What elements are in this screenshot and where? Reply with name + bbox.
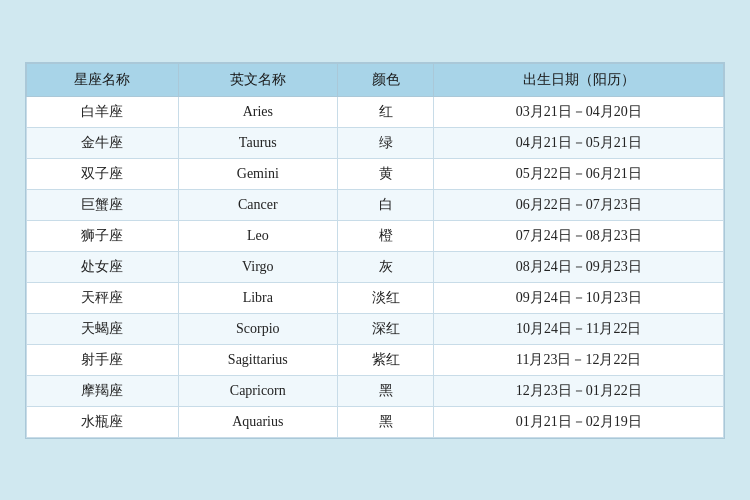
table-header-row: 星座名称 英文名称 颜色 出生日期（阳历） xyxy=(27,63,724,96)
cell-color: 紫红 xyxy=(337,344,434,375)
cell-chinese-name: 双子座 xyxy=(27,158,179,189)
cell-color: 深红 xyxy=(337,313,434,344)
cell-date-range: 08月24日－09月23日 xyxy=(434,251,724,282)
table-row: 狮子座Leo橙07月24日－08月23日 xyxy=(27,220,724,251)
cell-color: 灰 xyxy=(337,251,434,282)
cell-color: 黄 xyxy=(337,158,434,189)
cell-english-name: Leo xyxy=(178,220,337,251)
cell-date-range: 05月22日－06月21日 xyxy=(434,158,724,189)
cell-color: 黑 xyxy=(337,406,434,437)
cell-chinese-name: 水瓶座 xyxy=(27,406,179,437)
cell-chinese-name: 巨蟹座 xyxy=(27,189,179,220)
cell-date-range: 12月23日－01月22日 xyxy=(434,375,724,406)
cell-chinese-name: 白羊座 xyxy=(27,96,179,127)
table-row: 处女座Virgo灰08月24日－09月23日 xyxy=(27,251,724,282)
cell-chinese-name: 狮子座 xyxy=(27,220,179,251)
cell-chinese-name: 射手座 xyxy=(27,344,179,375)
cell-english-name: Virgo xyxy=(178,251,337,282)
cell-date-range: 09月24日－10月23日 xyxy=(434,282,724,313)
cell-date-range: 10月24日－11月22日 xyxy=(434,313,724,344)
cell-english-name: Aries xyxy=(178,96,337,127)
cell-english-name: Taurus xyxy=(178,127,337,158)
cell-english-name: Gemini xyxy=(178,158,337,189)
cell-chinese-name: 处女座 xyxy=(27,251,179,282)
cell-color: 黑 xyxy=(337,375,434,406)
zodiac-table: 星座名称 英文名称 颜色 出生日期（阳历） 白羊座Aries红03月21日－04… xyxy=(26,63,724,438)
cell-color: 橙 xyxy=(337,220,434,251)
cell-date-range: 01月21日－02月19日 xyxy=(434,406,724,437)
cell-english-name: Sagittarius xyxy=(178,344,337,375)
table-row: 天秤座Libra淡红09月24日－10月23日 xyxy=(27,282,724,313)
table-row: 白羊座Aries红03月21日－04月20日 xyxy=(27,96,724,127)
table-row: 双子座Gemini黄05月22日－06月21日 xyxy=(27,158,724,189)
cell-english-name: Capricorn xyxy=(178,375,337,406)
cell-date-range: 04月21日－05月21日 xyxy=(434,127,724,158)
cell-english-name: Scorpio xyxy=(178,313,337,344)
cell-date-range: 07月24日－08月23日 xyxy=(434,220,724,251)
table-row: 巨蟹座Cancer白06月22日－07月23日 xyxy=(27,189,724,220)
table-row: 射手座Sagittarius紫红11月23日－12月22日 xyxy=(27,344,724,375)
cell-date-range: 03月21日－04月20日 xyxy=(434,96,724,127)
cell-chinese-name: 摩羯座 xyxy=(27,375,179,406)
cell-english-name: Libra xyxy=(178,282,337,313)
col-header-color: 颜色 xyxy=(337,63,434,96)
cell-color: 淡红 xyxy=(337,282,434,313)
cell-chinese-name: 天秤座 xyxy=(27,282,179,313)
cell-date-range: 06月22日－07月23日 xyxy=(434,189,724,220)
table-row: 水瓶座Aquarius黑01月21日－02月19日 xyxy=(27,406,724,437)
table-row: 金牛座Taurus绿04月21日－05月21日 xyxy=(27,127,724,158)
col-header-english-name: 英文名称 xyxy=(178,63,337,96)
cell-chinese-name: 金牛座 xyxy=(27,127,179,158)
cell-chinese-name: 天蝎座 xyxy=(27,313,179,344)
table-row: 摩羯座Capricorn黑12月23日－01月22日 xyxy=(27,375,724,406)
cell-english-name: Cancer xyxy=(178,189,337,220)
cell-english-name: Aquarius xyxy=(178,406,337,437)
cell-color: 红 xyxy=(337,96,434,127)
cell-color: 绿 xyxy=(337,127,434,158)
cell-date-range: 11月23日－12月22日 xyxy=(434,344,724,375)
zodiac-table-container: 星座名称 英文名称 颜色 出生日期（阳历） 白羊座Aries红03月21日－04… xyxy=(25,62,725,439)
cell-color: 白 xyxy=(337,189,434,220)
table-row: 天蝎座Scorpio深红10月24日－11月22日 xyxy=(27,313,724,344)
col-header-date: 出生日期（阳历） xyxy=(434,63,724,96)
col-header-chinese-name: 星座名称 xyxy=(27,63,179,96)
table-body: 白羊座Aries红03月21日－04月20日金牛座Taurus绿04月21日－0… xyxy=(27,96,724,437)
